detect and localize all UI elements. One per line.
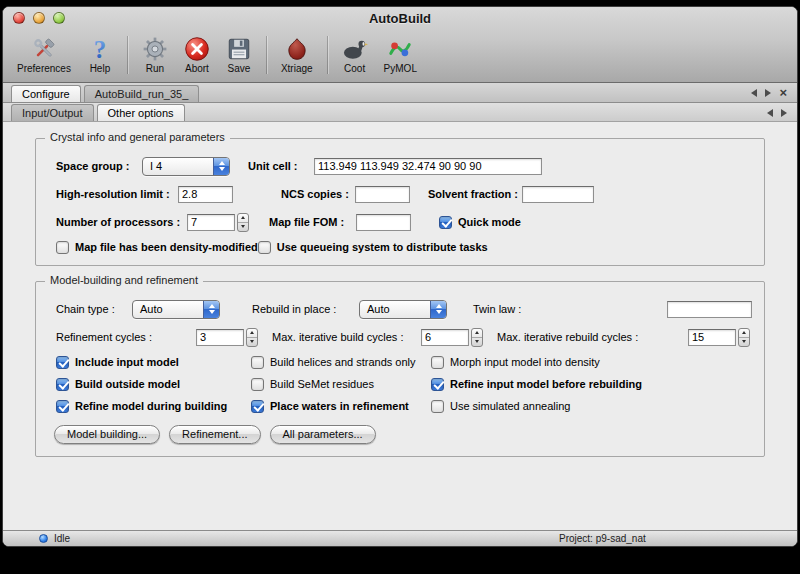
- include-input-model-checkbox[interactable]: Include input model: [56, 356, 251, 369]
- tab-scroll-right-icon[interactable]: [765, 89, 771, 97]
- status-indicator-icon: [39, 534, 48, 543]
- max-iterative-rebuild-cycles-input[interactable]: [688, 329, 736, 346]
- toolbar-separator: [327, 36, 328, 74]
- window-title: AutoBuild: [3, 7, 797, 30]
- build-helices-strands-checkbox[interactable]: Build helices and strands only: [251, 356, 431, 369]
- form-row: Map file has been density-modified Use q…: [48, 236, 752, 258]
- refine-during-building-checkbox[interactable]: Refine model during building: [56, 400, 251, 413]
- max-iterative-build-cycles-input[interactable]: [421, 329, 469, 346]
- toolbar-button-label: Xtriage: [281, 63, 313, 74]
- high-resolution-limit-input[interactable]: [178, 186, 233, 203]
- unit-cell-input[interactable]: [314, 158, 542, 175]
- checkbox-label: Use simulated annealing: [450, 400, 570, 412]
- crystal-info-section: Crystal info and general parameters Spac…: [35, 138, 765, 266]
- minimize-window-button[interactable]: [33, 12, 45, 24]
- model-building-button[interactable]: Model building...: [54, 425, 160, 444]
- build-cycles-stepper[interactable]: [471, 328, 483, 347]
- checkbox-label: Build helices and strands only: [270, 356, 416, 368]
- checkbox-icon: [251, 356, 264, 369]
- save-icon: [226, 36, 252, 62]
- window-chrome: AutoBuild: [3, 7, 797, 83]
- map-file-fom-input[interactable]: [356, 214, 411, 231]
- form-row: Space group : I 4 Unit cell :: [48, 152, 752, 180]
- tab-scroll-left-icon[interactable]: [751, 89, 757, 97]
- traffic-lights: [13, 12, 65, 24]
- queueing-system-checkbox[interactable]: Use queueing system to distribute tasks: [258, 241, 488, 254]
- morph-input-model-checkbox[interactable]: Morph input model into density: [431, 356, 600, 369]
- page-tab-scroll-left-icon[interactable]: [767, 109, 773, 117]
- coot-button[interactable]: Coot: [336, 35, 374, 75]
- solvent-fraction-input[interactable]: [522, 186, 594, 203]
- rebuild-cycles-stepper[interactable]: [738, 328, 750, 347]
- checkbox-icon: [56, 400, 69, 413]
- autobuild-window: AutoBuild: [2, 6, 798, 547]
- build-semet-residues-checkbox[interactable]: Build SeMet residues: [251, 378, 431, 391]
- max-build-cycles-label: Max. iterative build cycles :: [272, 331, 421, 343]
- coot-bird-icon: [342, 36, 368, 62]
- tab-autobuild-run-35[interactable]: AutoBuild_run_35_: [84, 85, 200, 102]
- simulated-annealing-checkbox[interactable]: Use simulated annealing: [431, 400, 570, 413]
- map-file-fom-label: Map file FOM :: [269, 216, 356, 228]
- checkbox-row: Refine model during building Place water…: [48, 395, 752, 417]
- density-modified-checkbox[interactable]: Map file has been density-modified: [56, 241, 258, 254]
- number-of-processors-label: Number of processors :: [56, 216, 187, 228]
- tab-label: Other options: [108, 107, 174, 119]
- help-button[interactable]: ? Help: [81, 35, 119, 75]
- space-group-value: I 4: [143, 158, 213, 175]
- refine-before-rebuilding-checkbox[interactable]: Refine input model before rebuilding: [431, 378, 642, 391]
- save-button[interactable]: Save: [220, 35, 258, 75]
- quick-mode-checkbox[interactable]: Quick mode: [439, 216, 521, 229]
- section-legend: Model-building and refinement: [45, 274, 203, 286]
- checkbox-label: Build outside model: [75, 378, 180, 390]
- checkbox-label: Refine input model before rebuilding: [450, 378, 642, 390]
- close-window-button[interactable]: [13, 12, 25, 24]
- ncs-copies-input[interactable]: [355, 186, 410, 203]
- all-parameters-button[interactable]: All parameters...: [270, 425, 376, 444]
- rebuild-in-place-value: Auto: [360, 301, 430, 318]
- checkbox-icon: [439, 216, 452, 229]
- section-legend: Crystal info and general parameters: [45, 131, 230, 143]
- number-of-processors-input[interactable]: [187, 214, 235, 231]
- space-group-label: Space group :: [56, 160, 142, 172]
- abort-icon: [184, 36, 210, 62]
- chain-type-dropdown[interactable]: Auto: [132, 300, 220, 319]
- place-waters-checkbox[interactable]: Place waters in refinement: [251, 400, 431, 413]
- chain-type-value: Auto: [133, 301, 203, 318]
- processors-stepper[interactable]: [237, 213, 249, 232]
- checkbox-label: Place waters in refinement: [270, 400, 409, 412]
- dropdown-arrows-icon: [203, 301, 219, 318]
- refinement-cycles-input[interactable]: [196, 329, 244, 346]
- page-tab-bar-controls: [767, 109, 797, 121]
- twin-law-input[interactable]: [667, 301, 752, 318]
- checkbox-label: Map file has been density-modified: [75, 241, 258, 253]
- status-text: Idle: [54, 533, 70, 544]
- checkbox-label: Use queueing system to distribute tasks: [277, 241, 488, 253]
- chain-type-label: Chain type :: [56, 303, 132, 315]
- twin-law-label: Twin law :: [473, 303, 535, 315]
- rebuild-in-place-dropdown[interactable]: Auto: [359, 300, 447, 319]
- refinement-cycles-stepper[interactable]: [246, 328, 258, 347]
- space-group-dropdown[interactable]: I 4: [142, 157, 230, 176]
- checkbox-icon: [251, 400, 264, 413]
- build-outside-model-checkbox[interactable]: Build outside model: [56, 378, 251, 391]
- zoom-window-button[interactable]: [53, 12, 65, 24]
- main-content: Crystal info and general parameters Spac…: [3, 122, 797, 530]
- checkbox-label: Refine model during building: [75, 400, 227, 412]
- toolbar-separator: [127, 36, 128, 74]
- abort-button[interactable]: Abort: [178, 35, 216, 75]
- page-tab-scroll-right-icon[interactable]: [781, 109, 787, 117]
- checkbox-label: Build SeMet residues: [270, 378, 374, 390]
- xtriage-button[interactable]: Xtriage: [275, 35, 319, 75]
- tab-configure[interactable]: Configure: [11, 85, 81, 102]
- toolbar: Preferences ? Help: [3, 30, 797, 82]
- tab-close-icon[interactable]: [779, 88, 787, 98]
- tab-input-output[interactable]: Input/Output: [11, 104, 94, 121]
- run-button[interactable]: Run: [136, 35, 174, 75]
- checkbox-label: Include input model: [75, 356, 179, 368]
- preferences-button[interactable]: Preferences: [11, 35, 77, 75]
- checkbox-label: Morph input model into density: [450, 356, 600, 368]
- refinement-button[interactable]: Refinement...: [169, 425, 260, 444]
- pymol-button[interactable]: PyMOL: [378, 35, 423, 75]
- tab-other-options[interactable]: Other options: [97, 104, 185, 121]
- titlebar[interactable]: AutoBuild: [3, 7, 797, 30]
